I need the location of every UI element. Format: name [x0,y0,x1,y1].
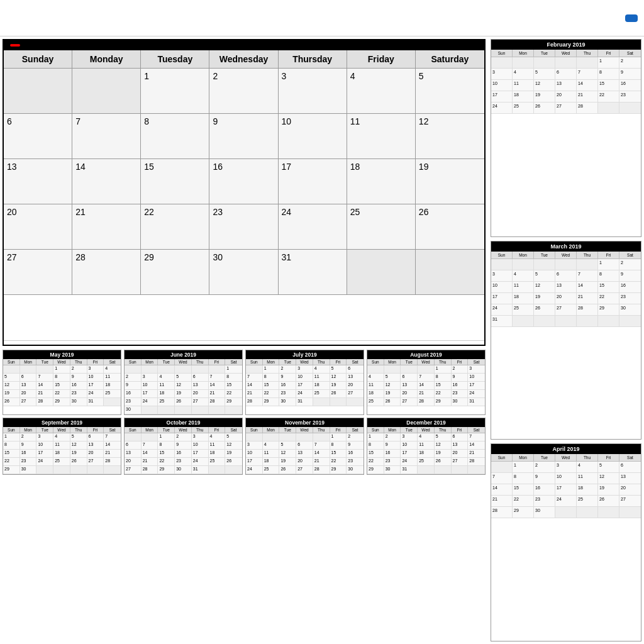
small-cal-cell [435,466,452,474]
small-cal-header: November 2019 [246,418,364,427]
january-footer [4,340,484,345]
side-cal-cell: 9 [534,473,555,484]
main-content: Sunday Monday Tuesday Wednesday Thursday… [0,36,644,644]
small-cal-cell: 5 [175,374,192,382]
side-cal-cell: 15 [598,80,619,91]
day-label: Mon [20,359,37,365]
small-cal-header: August 2019 [367,350,485,359]
jan-cell: 12 [416,114,484,159]
small-cal-cell: 16 [175,450,192,458]
side-cal-cell [513,259,534,270]
small-cal-cell [36,365,53,374]
small-cal-cell: 30 [384,466,401,474]
small-cal-cell: 12 [330,374,347,382]
small-cal-cell: 11 [158,382,175,390]
day-label: Sat [347,359,364,365]
jan-cell: 27 [4,250,72,295]
side-cal-cell [555,259,577,270]
small-cal-cell: 15 [367,450,384,458]
small-cal-cell: 13 [87,441,104,450]
day-label: Thu [313,427,330,433]
day-label: Fri [209,359,226,365]
small-cal-cell: 28 [142,466,158,474]
side-cal-cell: 21 [491,496,513,507]
small-cal-header: October 2019 [125,418,242,427]
small-cal-cell: 8 [263,374,280,382]
small-cal-cell: 27 [347,390,364,398]
small-cal-cell: 4 [158,374,175,382]
jan-cell: 20 [4,204,72,250]
day-label: Fri [209,427,226,433]
side-cal-cell: 29 [598,304,619,316]
jan-cell: 25 [347,204,416,250]
side-cal-cell: 9 [619,69,641,80]
small-cal-cell: 6 [296,441,313,450]
day-label: Mon [263,359,280,365]
small-calendar: May 2019SunMonTueWedThuFriSat12345678910… [3,350,121,415]
side-cal-cell: 23 [534,496,555,507]
side-cal-cell [619,103,641,114]
small-cal-cell: 8 [330,441,347,450]
jan-cell: 28 [72,250,141,295]
day-label: Tue [158,359,175,365]
side-cal-cell: 15 [598,282,619,293]
small-cal-cell: 30 [175,466,192,474]
side-cal-cell [513,57,534,69]
small-cal-cell: 23 [175,458,192,466]
small-cal-cell [401,365,418,374]
side-cal-cell [619,507,641,518]
side-cal-cell: 2 [619,57,641,69]
side-cal-cell: 19 [534,293,555,304]
side-cal-cell: 26 [534,304,555,316]
small-calendar: August 2019SunMonTueWedThuFriSat12345678… [367,350,486,415]
small-cal-cell [53,466,70,474]
day-label: Sat [619,50,641,57]
small-cal-days: SunMonTueWedThuFriSat [3,359,121,365]
small-cal-cell: 13 [296,450,313,458]
side-cal-cell: 12 [598,473,619,484]
side-calendar: February 2019SunMonTueWedThuFriSat123456… [491,39,641,237]
small-cal-cell: 29 [263,398,280,406]
side-cal-cell: 11 [513,80,534,91]
small-cal-cell [192,406,209,414]
day-label: Sun [125,427,142,433]
small-cal-cell: 21 [142,458,158,466]
side-cal-cell: 17 [491,293,513,304]
small-cal-cell: 26 [384,398,401,406]
side-calendar: April 2019SunMonTueWedThuFriSat123456789… [491,443,641,641]
small-cal-cell: 22 [53,390,70,398]
small-cal-cell: 3 [36,433,53,441]
small-cal-cell [125,365,142,374]
small-cal-cell: 11 [367,382,384,390]
side-cal-cell: 19 [598,484,619,496]
small-cal-cell: 17 [401,450,418,458]
small-cal-cell: 26 [70,458,87,466]
small-cal-cell: 10 [142,382,158,390]
small-cal-cell [279,433,296,441]
small-cal-cell: 16 [279,382,296,390]
small-cal-cell: 3 [246,441,263,450]
jan-cell [347,250,416,295]
small-cal-cell: 18 [104,382,121,390]
small-cal-cell [225,466,242,474]
day-label: Wed [418,427,435,433]
side-cal-cell: 5 [598,462,619,473]
day-label: Tue [534,252,555,258]
small-cal-cell: 19 [279,458,296,466]
day-label: Sat [104,427,121,433]
day-label: Wed [53,427,70,433]
day-label: Fri [598,252,619,258]
day-label: Mon [513,252,534,258]
small-cal-cell: 22 [330,458,347,466]
jan-cell: 7 [72,114,141,159]
day-label: Sun [491,50,513,57]
side-cal-cell: 10 [555,473,577,484]
small-cal-cell: 9 [70,374,87,382]
side-cal-cell: 27 [555,103,577,114]
small-cal-cell: 18 [418,450,435,458]
small-cal-cell: 30 [279,398,296,406]
small-cal-cell [125,433,142,441]
side-cal-cell: 18 [577,484,598,496]
jan-cell: 21 [72,204,141,250]
small-cal-cell: 28 [104,458,121,466]
